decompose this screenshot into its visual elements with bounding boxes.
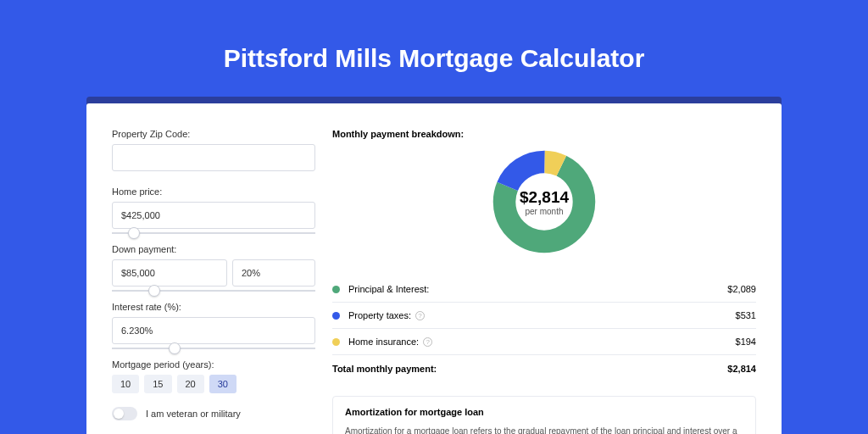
amortization-card: Amortization for mortgage loan Amortizat…: [332, 396, 756, 434]
home-price-label: Home price:: [112, 186, 315, 197]
veteran-toggle-row: I am veteran or military: [112, 407, 315, 420]
veteran-toggle-label: I am veteran or military: [146, 409, 241, 419]
breakdown-row-value: $194: [736, 337, 756, 347]
input-panel: Property Zip Code: Home price: $425,000 …: [112, 129, 315, 434]
home-price-field: Home price: $425,000: [112, 186, 315, 229]
breakdown-row-principal: Principal & Interest: $2,089: [332, 276, 756, 302]
breakdown-row-value: $531: [736, 310, 756, 320]
dot-taxes: [332, 312, 340, 320]
interest-rate-slider[interactable]: [112, 348, 315, 349]
amortization-title: Amortization for mortgage loan: [345, 407, 743, 417]
period-option-20[interactable]: 20: [177, 375, 204, 393]
info-icon[interactable]: ?: [423, 337, 432, 347]
label-text: Property taxes:: [348, 310, 411, 320]
interest-rate-slider-thumb[interactable]: [169, 342, 181, 354]
total-value: $2,814: [727, 364, 756, 374]
home-price-slider-thumb[interactable]: [128, 227, 140, 239]
interest-rate-field: Interest rate (%): 6.230%: [112, 302, 315, 344]
breakdown-rows: Principal & Interest: $2,089 Property ta…: [332, 276, 756, 382]
down-payment-slider[interactable]: [112, 290, 315, 292]
total-label: Total monthly payment:: [332, 364, 727, 374]
zip-label: Property Zip Code:: [112, 129, 315, 139]
mortgage-period-options: 10 15 20 30: [112, 375, 315, 393]
period-option-30[interactable]: 30: [209, 375, 236, 393]
breakdown-total-row: Total monthly payment: $2,814: [332, 354, 756, 382]
breakdown-panel: Monthly payment breakdown: $2,814 per mo…: [332, 129, 756, 434]
breakdown-title: Monthly payment breakdown:: [332, 129, 756, 139]
mortgage-period-field: Mortgage period (years): 10 15 20 30: [112, 359, 315, 393]
amortization-body: Amortization for a mortgage loan refers …: [345, 426, 743, 434]
veteran-toggle-knob: [114, 409, 124, 419]
down-payment-slider-thumb[interactable]: [148, 285, 160, 297]
calculator-card: Property Zip Code: Home price: $425,000 …: [86, 103, 782, 434]
interest-rate-label: Interest rate (%):: [112, 302, 315, 312]
info-icon[interactable]: ?: [415, 311, 425, 320]
label-text: Principal & Interest:: [348, 284, 429, 294]
down-payment-field: Down payment: $85,000 20%: [112, 244, 315, 287]
mortgage-period-label: Mortgage period (years):: [112, 359, 315, 370]
dot-insurance: [332, 338, 340, 346]
down-payment-label: Down payment:: [112, 244, 315, 254]
period-option-15[interactable]: 15: [144, 375, 171, 393]
down-payment-amount-input[interactable]: $85,000: [112, 259, 227, 287]
zip-field: Property Zip Code:: [112, 129, 315, 171]
interest-rate-input[interactable]: 6.230%: [112, 317, 315, 344]
donut-center: $2,814 per month: [520, 188, 569, 216]
donut-sub: per month: [520, 207, 569, 216]
breakdown-row-label: Property taxes: ?: [348, 310, 736, 320]
zip-input[interactable]: [112, 144, 315, 171]
home-price-input[interactable]: $425,000: [112, 202, 315, 229]
breakdown-row-label: Principal & Interest:: [348, 284, 727, 294]
page-title: Pittsford Mills Mortgage Calculator: [0, 0, 868, 97]
breakdown-row-label: Home insurance: ?: [348, 337, 736, 347]
breakdown-row-value: $2,089: [727, 284, 756, 294]
breakdown-row-taxes: Property taxes: ? $531: [332, 302, 756, 328]
breakdown-row-insurance: Home insurance: ? $194: [332, 328, 756, 354]
label-text: Home insurance:: [348, 337, 419, 347]
donut-amount: $2,814: [520, 188, 569, 207]
dot-principal: [332, 286, 340, 293]
period-option-10[interactable]: 10: [112, 375, 139, 393]
donut-chart: $2,814 per month: [332, 149, 756, 254]
calculator-card-outer: Property Zip Code: Home price: $425,000 …: [86, 97, 782, 434]
home-price-slider[interactable]: [112, 232, 315, 234]
veteran-toggle[interactable]: [112, 407, 137, 420]
down-payment-pct-input[interactable]: 20%: [232, 259, 315, 287]
